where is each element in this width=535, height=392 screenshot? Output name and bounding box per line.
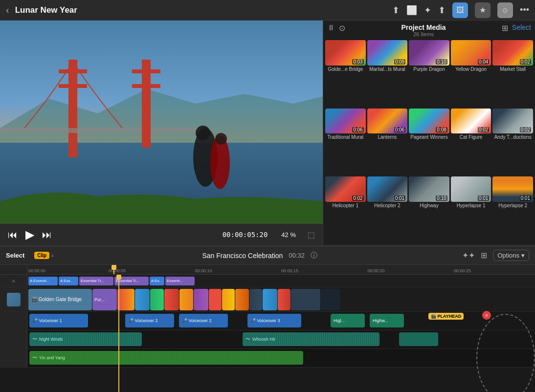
main-video-track: 🎬 Golden Gate Bridge Pur... — [0, 287, 535, 312]
video-clip-color-8[interactable] — [222, 289, 235, 310]
timecode-display: 00:00:05:20 — [223, 231, 268, 239]
media-item-purple-dragon[interactable]: 0:10 Purple Dragon — [409, 40, 449, 107]
video-clip-color-12[interactable] — [278, 289, 290, 310]
track-header-title-1: A — [0, 275, 27, 287]
video-clip-color-11[interactable] — [263, 289, 277, 310]
yin-yang-clips: 〜Yin and Yang — [27, 349, 535, 367]
timeline-grid-icon[interactable]: ⊞ — [481, 251, 487, 260]
options-button[interactable]: Options ▾ — [493, 250, 529, 261]
play-button[interactable]: ▶ — [25, 228, 34, 241]
info-button[interactable]: ⓘ — [311, 251, 317, 260]
title-clip-es[interactable]: A Es... — [150, 277, 164, 285]
video-clips-row: 🎬 Golden Gate Bridge Pur... — [27, 287, 535, 311]
night-winds-clips: 〜Night Winds 〜Whoosh Hit — [27, 330, 535, 348]
header-icons: ⬆ ⬜ ✦ ⬆ 🖼 ★ ⊙ ••• — [392, 2, 529, 18]
title-clip-essential-1[interactable]: A Essenti... — [28, 277, 58, 285]
voiceover-clips: 🎤 Voiceover 1 🎤 Voiceover 2 🎤 Voiceover … — [27, 312, 535, 330]
select-media-button[interactable]: Select — [512, 23, 531, 31]
media-pause-icon[interactable]: ⏸ — [327, 23, 339, 32]
title-clip-essential-3[interactable]: Essenti... — [165, 277, 195, 285]
clip-arrow-icon[interactable]: › — [51, 252, 53, 259]
video-clip-color-4[interactable] — [164, 289, 179, 310]
ruler-tick-10: 00:00:10 — [195, 268, 212, 273]
media-item-lanterns[interactable]: 0:06 Lanterns — [367, 109, 408, 175]
yin-yang-clip[interactable]: 〜Yin and Yang — [29, 351, 303, 365]
voiceover-clip-highw[interactable]: Highw... — [370, 314, 404, 327]
title-clip-essential-title-1[interactable]: Essential Ti... — [79, 277, 113, 285]
video-clip-color-6[interactable] — [194, 289, 208, 310]
tracks-container: A A Essenti... A Ess... Essential Ti... … — [0, 275, 535, 392]
media-browser-count: 26 Items — [345, 31, 502, 37]
playhead-close-badge[interactable]: × — [482, 311, 491, 320]
skip-forward-button[interactable]: ⏭ — [42, 229, 52, 240]
ruler-tick-15: 00:00:15 — [281, 268, 298, 273]
video-clip-color-2[interactable] — [135, 289, 150, 310]
media-grid: 0:03 Golde...e Bridge 0:09 Martial...ts … — [323, 38, 535, 245]
video-clip-color-3[interactable] — [150, 289, 164, 310]
music-track-header-2 — [0, 349, 27, 367]
media-item-andy-productions[interactable]: 0:02 Andy T...ductions — [492, 109, 533, 175]
svg-rect-2 — [68, 60, 77, 157]
video-clip-golden-gate[interactable]: 🎬 Golden Gate Bridge — [28, 289, 92, 310]
ruler-tick-5: 00:00:05 — [109, 268, 126, 273]
back-button[interactable]: ‹ — [6, 4, 9, 16]
media-item-hyperlapse-2[interactable]: 0:01 Hyperlapse 2 — [492, 176, 533, 243]
svg-rect-4 — [59, 84, 87, 88]
project-title: Lunar New Year — [15, 5, 386, 15]
media-item-yellow-dragon[interactable]: 0:04 Yellow Dragon — [451, 40, 491, 107]
title-clip-essential-title-2[interactable]: Essential Ti... — [114, 277, 149, 285]
video-clip-color-7[interactable] — [209, 289, 222, 310]
media-item-hyperlapse-1[interactable]: 0:01 Hyperlapse 1 — [451, 176, 491, 243]
whoosh-hit-clip[interactable]: 〜Whoosh Hit — [243, 332, 379, 346]
media-item-market-stall[interactable]: 0:02 Market Stall — [492, 40, 533, 107]
video-track-header — [0, 287, 27, 311]
video-clip-color-1[interactable] — [117, 289, 134, 310]
video-clip-dark-1[interactable] — [291, 289, 320, 310]
media-item-cat-figure[interactable]: 0:02 Cat Figure — [451, 109, 491, 175]
video-clip-pur[interactable]: Pur... — [92, 289, 117, 310]
video-clip-color-10[interactable] — [249, 289, 262, 310]
media-item-martial-mural[interactable]: 0:09 Martial...ts Mural — [367, 40, 408, 107]
voiceover-clip-3[interactable]: 🎤 Voiceover 2 — [179, 314, 228, 327]
ruler-tick-0: 00:00:00 — [28, 268, 45, 273]
voiceover-clip-high[interactable]: Higl... — [331, 314, 365, 327]
overflow-menu-icon[interactable]: ••• — [520, 5, 529, 15]
fullscreen-icon[interactable]: ⬚ — [308, 230, 315, 240]
media-item-helicopter-1[interactable]: 0:02 Helicopter 1 — [325, 176, 366, 243]
voiceover-clip-1[interactable]: 🎤 Voiceover 1 — [29, 314, 88, 327]
export-icon[interactable]: ⬆ — [392, 5, 400, 16]
circle-icon-btn[interactable]: ⊙ — [497, 2, 513, 18]
svg-rect-3 — [59, 69, 87, 73]
photos-icon-btn[interactable]: 🖼 — [452, 2, 468, 18]
voiceover-clip-2[interactable]: 🎤 Voiceover 2 — [125, 314, 174, 327]
timeline-magic-icon[interactable]: ✦✦ — [462, 251, 475, 260]
media-filter-icon[interactable]: ⊙ — [339, 23, 345, 33]
skip-back-button[interactable]: ⏮ — [8, 229, 18, 240]
grid-view-icon[interactable]: ⊞ — [502, 23, 508, 33]
media-item-golden-bridge[interactable]: 0:03 Golde...e Bridge — [325, 40, 366, 107]
video-clip-color-9[interactable] — [235, 289, 249, 310]
sequence-name: San Francisco Celebration — [202, 252, 283, 260]
media-item-traditional-mural[interactable]: 0:06 Traditional Mural — [325, 109, 366, 175]
media-browser: ⏸ ⊙ Project Media 26 Items ⊞ Select 0:03… — [323, 21, 535, 245]
star-icon-btn[interactable]: ★ — [475, 2, 490, 18]
select-label: Select — [6, 252, 24, 259]
svg-rect-7 — [132, 69, 160, 73]
title-clip-essential-2[interactable]: A Ess... — [59, 277, 78, 285]
magic-wand-icon[interactable]: ✦ — [424, 5, 431, 16]
video-clip-color-5[interactable] — [179, 289, 193, 310]
night-winds-clip[interactable]: 〜Night Winds — [29, 332, 142, 346]
share-icon[interactable]: ⬆ — [438, 5, 446, 16]
media-item-helicopter-2[interactable]: 0:01 Helicopter 2 — [367, 176, 408, 243]
preview-controls: ⏮ ▶ ⏭ 00:00:05:20 42 % ⬚ — [0, 223, 323, 245]
timeline-content: 00:00:00 00:00:05 00:00:10 00:00:15 00:0… — [0, 265, 535, 392]
media-item-highway[interactable]: 0:10 Highway — [409, 176, 449, 243]
media-item-pageant-winners[interactable]: 0:08 Pageant Winners — [409, 109, 449, 175]
preview-video[interactable] — [0, 21, 323, 223]
voiceover-clip-4[interactable]: 🎤 Voiceover 3 — [247, 314, 301, 327]
svg-rect-8 — [132, 84, 160, 88]
ruler-tick-20: 00:00:20 — [367, 268, 384, 273]
music-clip-right[interactable] — [399, 332, 438, 346]
camera-icon[interactable]: ⬜ — [406, 5, 417, 16]
video-clip-dark-2[interactable] — [321, 289, 340, 310]
